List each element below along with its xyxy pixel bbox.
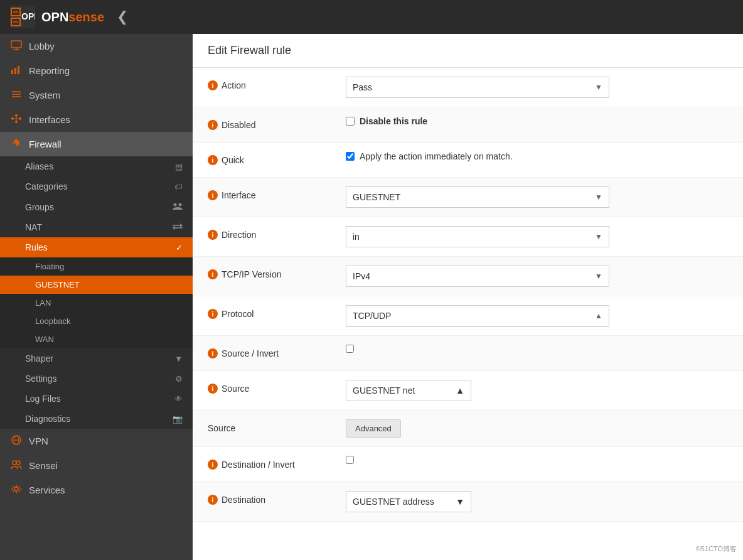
source-info-icon[interactable]: i <box>208 384 218 394</box>
dest-invert-checkbox[interactable] <box>346 456 354 464</box>
services-icon <box>10 484 23 496</box>
monitor-icon <box>10 40 23 52</box>
logo-icon: OPN sense <box>10 6 35 28</box>
sidebar-item-wan[interactable]: WAN <box>0 330 193 348</box>
direction-row: i Direction in ▼ <box>193 217 743 257</box>
sidebar-item-services[interactable]: Services <box>0 478 193 502</box>
source-advanced-label: Source <box>208 419 346 433</box>
interface-select[interactable]: GUESTNET ▼ <box>346 186 609 208</box>
dest-invert-info-icon[interactable]: i <box>208 460 218 470</box>
sidebar-item-sensei-label: Sensei <box>29 460 58 471</box>
protocol-select-arrow: ▲ <box>595 311 602 320</box>
action-select-arrow: ▼ <box>595 83 602 92</box>
disabled-label: i Disabled <box>208 116 346 130</box>
interface-info-icon[interactable]: i <box>208 190 218 200</box>
watermark: ©51CTO博客 <box>696 544 737 554</box>
source-label: i Source <box>208 380 346 394</box>
sidebar-item-firewall[interactable]: Firewall <box>0 132 193 156</box>
source-advanced-button[interactable]: Advanced <box>346 419 401 438</box>
interfaces-icon <box>10 114 23 126</box>
system-icon <box>10 89 23 101</box>
direction-select-arrow: ▼ <box>595 232 602 241</box>
firewall-icon <box>10 138 23 150</box>
tcpip-select[interactable]: IPv4 ▼ <box>346 266 609 287</box>
tcpip-row: i TCP/IP Version IPv4 ▼ <box>193 257 743 296</box>
sidebar-item-aliases[interactable]: Aliases ▤ <box>0 156 193 176</box>
tcpip-select-arrow: ▼ <box>595 272 602 281</box>
svg-rect-7 <box>11 41 21 48</box>
nat-icon <box>173 223 183 232</box>
groups-icon <box>173 202 183 212</box>
destination-select-arrow: ▼ <box>456 497 464 507</box>
direction-control: in ▼ <box>346 226 728 247</box>
sidebar-item-system[interactable]: System <box>0 83 193 107</box>
source-select[interactable]: GUESTNET net ▲ <box>346 380 471 401</box>
collapse-button[interactable]: ❮ <box>117 9 128 25</box>
direction-label: i Direction <box>208 226 346 240</box>
sidebar-item-groups[interactable]: Groups <box>0 197 193 217</box>
svg-text:OPN: OPN <box>21 11 35 21</box>
sidebar-item-services-label: Services <box>29 485 65 495</box>
source-invert-info-icon[interactable]: i <box>208 348 218 358</box>
sidebar-item-reporting-label: Reporting <box>29 65 70 76</box>
sidebar-item-vpn[interactable]: VPN <box>0 429 193 453</box>
sidebar-item-diagnostics[interactable]: Diagnostics 📷 <box>0 409 193 429</box>
nat-label: NAT <box>25 222 42 232</box>
source-advanced-row: Source Advanced <box>193 411 743 447</box>
tcpip-info-icon[interactable]: i <box>208 269 218 279</box>
source-control: GUESTNET net ▲ <box>346 380 728 401</box>
sensei-icon <box>10 460 23 471</box>
destination-info-icon[interactable]: i <box>208 495 218 505</box>
sidebar-item-loopback[interactable]: Loopback <box>0 312 193 330</box>
sidebar-item-log-files[interactable]: Log Files 👁 <box>0 389 193 409</box>
settings-icon: ⚙ <box>175 374 183 384</box>
sidebar-item-firewall-label: Firewall <box>29 139 61 149</box>
svg-point-32 <box>16 461 20 465</box>
disabled-checkbox[interactable] <box>346 117 355 126</box>
quick-checkbox-area: Apply the action immediately on match. <box>346 151 513 161</box>
sidebar-item-categories[interactable]: Categories 🏷 <box>0 176 193 197</box>
disabled-checkbox-label: Disable this rule <box>360 116 427 126</box>
dest-invert-control <box>346 456 728 464</box>
rules-label: Rules <box>25 242 48 252</box>
protocol-label: i Protocol <box>208 305 346 319</box>
disabled-row: i Disabled Disable this rule <box>193 107 743 143</box>
protocol-info-icon[interactable]: i <box>208 309 218 319</box>
protocol-row: i Protocol TCP/UDP ▲ <box>193 296 743 336</box>
sidebar-item-shaper[interactable]: Shaper ▼ <box>0 348 193 369</box>
dest-invert-label: i Destination / Invert <box>208 456 346 470</box>
dest-invert-row: i Destination / Invert <box>193 447 743 482</box>
quick-info-icon[interactable]: i <box>208 155 218 165</box>
direction-info-icon[interactable]: i <box>208 230 218 240</box>
action-info-icon[interactable]: i <box>208 80 218 90</box>
sidebar-item-nat[interactable]: NAT <box>0 217 193 237</box>
source-invert-checkbox[interactable] <box>346 345 354 353</box>
sidebar-item-lobby[interactable]: Lobby <box>0 34 193 58</box>
sidebar-item-settings[interactable]: Settings ⚙ <box>0 369 193 389</box>
sidebar-item-lan[interactable]: LAN <box>0 294 193 312</box>
rules-submenu: Floating GUESTNET LAN Loopback WAN <box>0 257 193 348</box>
quick-checkbox[interactable] <box>346 152 355 161</box>
wan-label: WAN <box>35 335 54 344</box>
sidebar-item-floating[interactable]: Floating <box>0 257 193 276</box>
svg-rect-12 <box>18 66 19 74</box>
action-row: i Action Pass ▼ <box>193 68 743 107</box>
protocol-select[interactable]: TCP/UDP ▲ <box>346 305 609 326</box>
sidebar-item-interfaces[interactable]: Interfaces <box>0 107 193 132</box>
svg-point-16 <box>11 117 14 120</box>
page-title: Edit Firewall rule <box>208 44 728 57</box>
sidebar-item-guestnet[interactable]: GUESTNET <box>0 276 193 294</box>
logo: OPN sense OPNsense <box>10 6 104 28</box>
sidebar-item-reporting[interactable]: Reporting <box>0 58 193 83</box>
sidebar-item-rules[interactable]: Rules ✓ <box>0 237 193 257</box>
tcpip-control: IPv4 ▼ <box>346 266 728 287</box>
page-header: Edit Firewall rule <box>193 34 743 68</box>
direction-select[interactable]: in ▼ <box>346 226 609 247</box>
disabled-info-icon[interactable]: i <box>208 120 218 130</box>
action-select[interactable]: Pass ▼ <box>346 77 609 98</box>
sidebar-item-vpn-label: VPN <box>29 436 48 446</box>
sidebar-item-sensei[interactable]: Sensei <box>0 453 193 478</box>
source-invert-row: i Source / Invert <box>193 336 743 371</box>
guestnet-label: GUESTNET <box>35 280 80 289</box>
destination-select[interactable]: GUESTNET address ▼ <box>346 491 471 512</box>
